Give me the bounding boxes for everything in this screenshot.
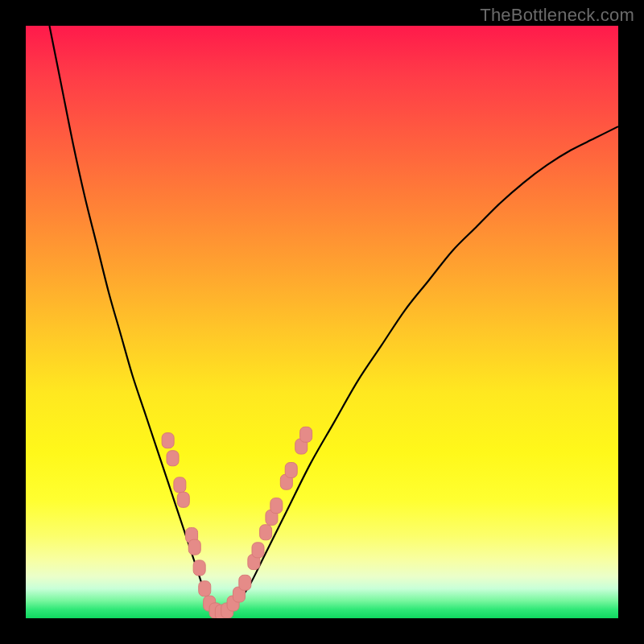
data-marker <box>252 543 264 558</box>
data-marker <box>270 498 283 514</box>
plot-area <box>26 26 618 618</box>
bottleneck-curve <box>49 26 618 613</box>
data-marker <box>260 525 272 540</box>
data-marker <box>199 581 211 597</box>
data-marker <box>193 560 205 576</box>
watermark-text: TheBottleneck.com <box>480 5 634 26</box>
data-marker <box>285 463 297 478</box>
chart-frame: TheBottleneck.com <box>0 0 644 644</box>
data-marker <box>300 427 312 442</box>
curve-markers <box>162 427 312 618</box>
chart-svg <box>26 26 618 618</box>
data-marker <box>174 477 186 493</box>
data-marker <box>167 451 179 466</box>
data-marker <box>162 433 174 448</box>
data-marker <box>177 492 189 507</box>
data-marker <box>239 575 251 590</box>
data-marker <box>188 539 200 555</box>
